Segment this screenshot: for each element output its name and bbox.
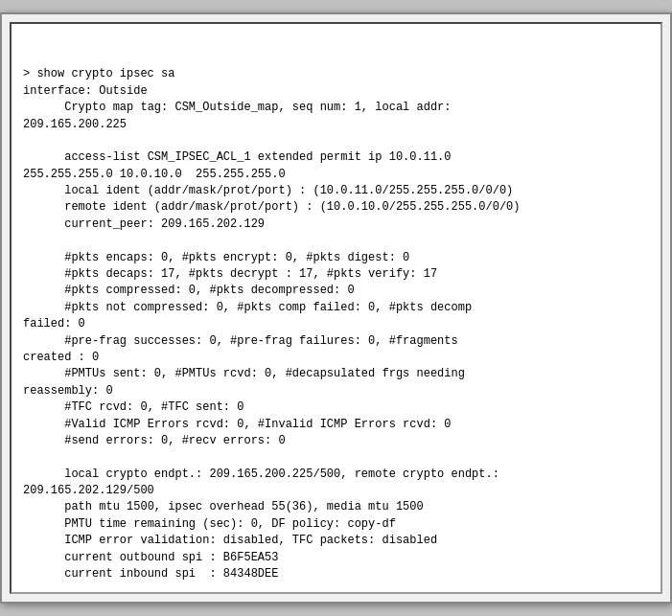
- terminal-line: interface: Outside: [23, 83, 649, 100]
- main-window: > show crypto ipsec sainterface: Outside…: [0, 12, 672, 605]
- terminal-line: 209.165.202.129/500: [23, 483, 649, 499]
- terminal-line: [23, 133, 649, 149]
- terminal-line: path mtu 1500, ipsec overhead 55(36), me…: [23, 499, 649, 515]
- terminal-output: > show crypto ipsec sainterface: Outside…: [10, 22, 662, 595]
- terminal-line: local crypto endpt.: 209.165.200.225/500…: [23, 467, 649, 483]
- terminal-line: #Valid ICMP Errors rcvd: 0, #Invalid ICM…: [23, 417, 649, 433]
- terminal-line: reassembly: 0: [23, 383, 649, 399]
- terminal-line: #PMTUs sent: 0, #PMTUs rcvd: 0, #decapsu…: [23, 366, 649, 382]
- terminal-line: PMTU time remaining (sec): 0, DF policy:…: [23, 516, 649, 533]
- terminal-line: local ident (addr/mask/prot/port) : (10.…: [23, 183, 649, 199]
- terminal-line: [23, 449, 649, 466]
- terminal-line: ICMP error validation: disabled, TFC pac…: [23, 533, 649, 549]
- terminal-line: #pkts decaps: 17, #pkts decrypt : 17, #p…: [23, 266, 649, 283]
- terminal-line: #send errors: 0, #recv errors: 0: [23, 433, 649, 449]
- terminal-line: remote ident (addr/mask/prot/port) : (10…: [23, 199, 649, 216]
- terminal-line: failed: 0: [23, 316, 649, 332]
- terminal-line: #pkts not compressed: 0, #pkts comp fail…: [23, 300, 649, 316]
- terminal-line: current outbound spi : B6F5EA53: [23, 550, 649, 566]
- terminal-line: 209.165.200.225: [23, 117, 649, 133]
- terminal-line: current_peer: 209.165.202.129: [23, 217, 649, 233]
- terminal-line: #TFC rcvd: 0, #TFC sent: 0: [23, 399, 649, 416]
- terminal-line: #pre-frag successes: 0, #pre-frag failur…: [23, 333, 649, 350]
- terminal-line: #pkts compressed: 0, #pkts decompressed:…: [23, 283, 649, 299]
- terminal-line: access-list CSM_IPSEC_ACL_1 extended per…: [23, 149, 649, 166]
- terminal-line: created : 0: [23, 350, 649, 366]
- terminal-line: [23, 233, 649, 249]
- terminal-line: Crypto map tag: CSM_Outside_map, seq num…: [23, 100, 649, 116]
- terminal-line: #pkts encaps: 0, #pkts encrypt: 0, #pkts…: [23, 250, 649, 266]
- terminal-line: current inbound spi : 84348DEE: [23, 566, 649, 582]
- terminal-line: 255.255.255.0 10.0.10.0 255.255.255.0: [23, 167, 649, 183]
- terminal-line: > show crypto ipsec sa: [23, 66, 649, 82]
